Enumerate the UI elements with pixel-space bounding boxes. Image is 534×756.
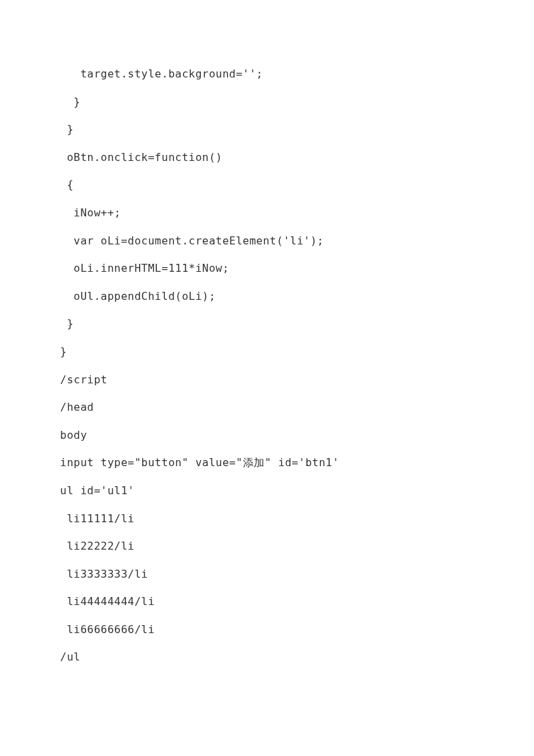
- code-line: ul id='ul1': [60, 477, 474, 505]
- code-line: }: [60, 338, 474, 366]
- code-line: li44444444/li: [60, 588, 474, 616]
- code-line: oBtn.onclick=function(): [60, 144, 474, 172]
- code-line: li66666666/li: [60, 616, 474, 644]
- code-line: /script: [60, 366, 474, 394]
- code-line: }: [60, 116, 474, 144]
- code-line: /head: [60, 393, 474, 421]
- code-line: li11111/li: [60, 505, 474, 533]
- code-line: input type="button" value="添加" id='btn1': [60, 449, 474, 477]
- code-block: target.style.background=''; } } oBtn.onc…: [60, 60, 474, 671]
- code-line: target.style.background='';: [60, 60, 474, 88]
- code-line: oUl.appendChild(oLi);: [60, 282, 474, 311]
- code-line: }: [60, 310, 474, 338]
- code-line: iNow++;: [60, 199, 474, 227]
- code-line: li3333333/li: [60, 560, 474, 588]
- code-line: oLi.innerHTML=111*iNow;: [60, 254, 474, 282]
- code-line: var oLi=document.createElement('li');: [60, 227, 474, 255]
- code-line: /ul: [60, 643, 474, 671]
- code-line: body: [60, 421, 474, 449]
- code-line: {: [60, 171, 474, 199]
- code-line: li22222/li: [60, 532, 474, 560]
- code-line: }: [60, 88, 474, 116]
